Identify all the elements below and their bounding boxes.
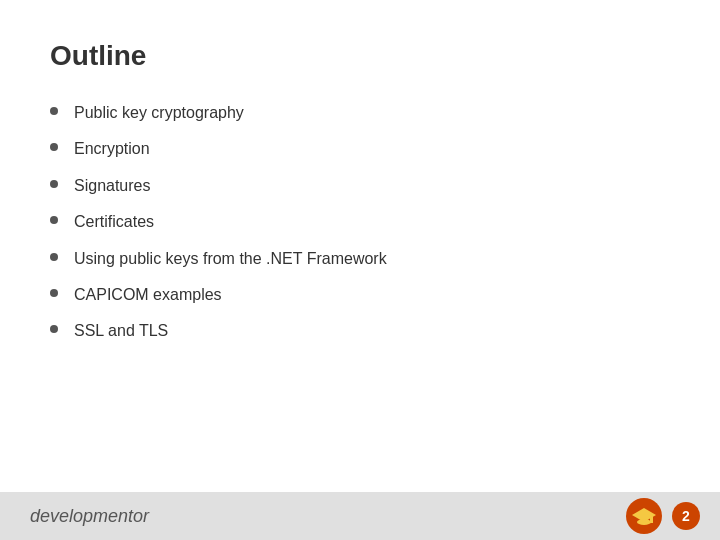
bullet-dot-5 [50,289,58,297]
bullet-dot-1 [50,143,58,151]
svg-point-2 [637,519,651,525]
bullet-item-0: Public key cryptography [50,102,670,124]
bullet-item-1: Encryption [50,138,670,160]
bullet-text-2: Signatures [74,175,151,197]
bullet-item-3: Certificates [50,211,670,233]
bullet-text-0: Public key cryptography [74,102,244,124]
bullet-dot-2 [50,180,58,188]
bullet-text-1: Encryption [74,138,150,160]
bullet-item-6: SSL and TLS [50,320,670,342]
footer: developmentor 2 [0,492,720,540]
bullet-text-4: Using public keys from the .NET Framewor… [74,248,387,270]
bullet-dot-6 [50,325,58,333]
footer-logo-icon [626,498,662,534]
slide-container: Outline Public key cryptographyEncryptio… [0,0,720,540]
footer-brand: developmentor [30,506,149,527]
bullet-item-2: Signatures [50,175,670,197]
bullet-text-6: SSL and TLS [74,320,168,342]
footer-right: 2 [626,498,700,534]
bullet-dot-0 [50,107,58,115]
logo-svg [630,502,658,530]
slide-title: Outline [50,40,670,72]
bullet-text-5: CAPICOM examples [74,284,222,306]
footer-page-number: 2 [672,502,700,530]
bullet-list: Public key cryptographyEncryptionSignatu… [50,102,670,343]
bullet-item-5: CAPICOM examples [50,284,670,306]
bullet-text-3: Certificates [74,211,154,233]
bullet-dot-3 [50,216,58,224]
bullet-dot-4 [50,253,58,261]
bullet-item-4: Using public keys from the .NET Framewor… [50,248,670,270]
